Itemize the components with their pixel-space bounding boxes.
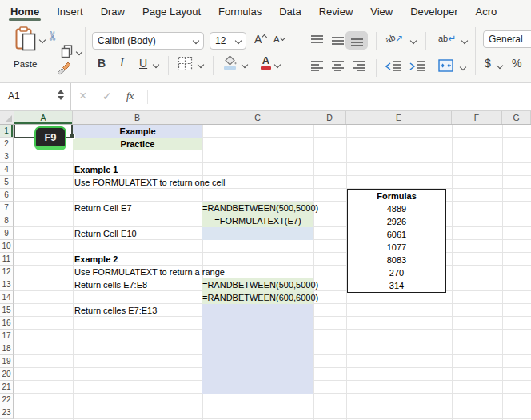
- column-header-D[interactable]: D: [313, 111, 346, 124]
- column-header-B[interactable]: B: [73, 111, 202, 124]
- italic-button[interactable]: I: [120, 57, 124, 70]
- paste-label[interactable]: Paste: [14, 59, 37, 69]
- cell-range-C15-C21[interactable]: [202, 304, 313, 394]
- row-header-15[interactable]: 15: [0, 304, 14, 317]
- copy-icon[interactable]: [61, 45, 73, 58]
- row-header-3[interactable]: 3: [0, 150, 14, 163]
- grow-font-button[interactable]: A: [254, 33, 266, 46]
- enter-icon[interactable]: ✓: [102, 90, 112, 102]
- tab-insert[interactable]: Insert: [48, 0, 92, 22]
- align-right-icon[interactable]: [352, 60, 365, 71]
- insert-function-icon[interactable]: fx: [126, 90, 134, 102]
- row-header-17[interactable]: 17: [0, 330, 14, 342]
- row-header-13[interactable]: 13: [0, 278, 14, 291]
- name-box-spinner[interactable]: [58, 90, 64, 100]
- row-header-21[interactable]: 21: [0, 381, 14, 394]
- column-header-G[interactable]: G: [502, 111, 531, 124]
- column-header-A[interactable]: A: [14, 111, 73, 124]
- row-header-12[interactable]: 12: [0, 266, 14, 278]
- borders-icon[interactable]: [178, 56, 193, 71]
- cell-B13[interactable]: Return cells E7:E8: [74, 278, 147, 291]
- percent-format-button[interactable]: %: [512, 57, 521, 70]
- row-header-20[interactable]: 20: [0, 368, 14, 381]
- align-left-icon[interactable]: [310, 60, 324, 71]
- cell-C8[interactable]: =FORMULATEXT(E7): [202, 214, 313, 227]
- cell-C7[interactable]: =RANDBETWEEN(500,5000): [202, 202, 313, 214]
- cell-C14[interactable]: =RANDBETWEEN(600,6000): [202, 291, 313, 304]
- cell-B15[interactable]: Return celles E7:E13: [74, 304, 157, 317]
- font-name-select[interactable]: Calibri (Body): [92, 32, 204, 50]
- row-header-23[interactable]: 23: [0, 406, 14, 419]
- merge-center-icon[interactable]: [438, 59, 453, 72]
- cut-icon[interactable]: ✄: [46, 31, 60, 42]
- wrap-text-icon[interactable]: ab↵: [438, 33, 456, 44]
- cell-B1[interactable]: Example: [73, 125, 202, 138]
- cell-B4[interactable]: Example 1: [74, 163, 118, 176]
- row-header-9[interactable]: 9: [0, 227, 14, 240]
- cell-B5[interactable]: Use FORMULATEXT to return one cell: [74, 176, 226, 189]
- tab-page-layout[interactable]: Page Layout: [134, 0, 210, 22]
- orientation-chevron[interactable]: [410, 38, 417, 44]
- tab-data[interactable]: Data: [270, 0, 309, 22]
- tab-formulas[interactable]: Formulas: [210, 0, 270, 22]
- cancel-icon[interactable]: ×: [79, 89, 86, 103]
- row-header-8[interactable]: 8: [0, 214, 14, 227]
- borders-dropdown-chevron[interactable]: [198, 62, 204, 68]
- currency-format-chevron[interactable]: [497, 62, 503, 69]
- fill-handle[interactable]: [70, 134, 75, 139]
- copy-dropdown-chevron[interactable]: [76, 49, 82, 55]
- orientation-icon[interactable]: ab↗: [385, 33, 403, 44]
- row-header-5[interactable]: 5: [0, 176, 14, 189]
- column-header-C[interactable]: C: [202, 111, 313, 124]
- row-header-11[interactable]: 11: [0, 253, 14, 266]
- row-header-22[interactable]: 22: [0, 394, 14, 406]
- underline-dropdown-chevron[interactable]: [153, 62, 159, 68]
- row-header-18[interactable]: 18: [0, 342, 14, 355]
- tab-acro[interactable]: Acro: [467, 0, 506, 22]
- increase-indent-icon[interactable]: [409, 60, 425, 71]
- bottom-align-icon[interactable]: [350, 34, 364, 46]
- cell-C13[interactable]: =RANDBETWEEN(500,5000): [202, 278, 313, 291]
- row-header-6[interactable]: 6: [0, 189, 14, 202]
- middle-align-icon[interactable]: [331, 34, 345, 46]
- paste-icon[interactable]: [15, 26, 37, 52]
- cell-B11[interactable]: Example 2: [74, 253, 118, 266]
- decrease-indent-icon[interactable]: [385, 60, 401, 71]
- font-size-select[interactable]: 12: [210, 32, 246, 50]
- cell-B9[interactable]: Return Cell E10: [74, 227, 137, 240]
- align-center-icon[interactable]: [331, 60, 345, 71]
- tab-draw[interactable]: Draw: [92, 0, 134, 22]
- row-header-7[interactable]: 7: [0, 202, 14, 214]
- select-all-corner[interactable]: [0, 111, 14, 124]
- tab-review[interactable]: Review: [310, 0, 362, 22]
- fill-color-icon[interactable]: [224, 56, 238, 70]
- currency-format-button[interactable]: $: [485, 57, 491, 70]
- tab-developer[interactable]: Developer: [401, 0, 466, 22]
- underline-button[interactable]: U: [139, 57, 147, 70]
- row-header-19[interactable]: 19: [0, 355, 14, 368]
- format-painter-icon[interactable]: [56, 61, 72, 75]
- merge-center-chevron[interactable]: [460, 64, 466, 70]
- column-header-E[interactable]: E: [346, 111, 452, 124]
- formulas-table[interactable]: Formulas 48892926606110778083270314: [347, 189, 446, 293]
- row-header-16[interactable]: 16: [0, 317, 14, 330]
- row-header-2[interactable]: 2: [0, 138, 14, 150]
- column-header-F[interactable]: F: [452, 111, 502, 124]
- cell-C9[interactable]: [202, 227, 313, 240]
- fill-color-chevron[interactable]: [242, 62, 248, 68]
- cell-B12[interactable]: Use FORMULATEXT to return a range: [74, 266, 225, 278]
- shrink-font-button[interactable]: A: [273, 34, 285, 44]
- number-format-select[interactable]: General: [483, 30, 531, 48]
- wrap-text-chevron[interactable]: [461, 38, 468, 44]
- paste-dropdown-chevron[interactable]: [39, 37, 46, 43]
- font-color-button[interactable]: A: [261, 55, 271, 70]
- name-box[interactable]: A1: [0, 83, 71, 110]
- row-header-14[interactable]: 14: [0, 291, 14, 304]
- row-header-1[interactable]: 1: [0, 125, 14, 138]
- tab-view[interactable]: View: [361, 0, 401, 22]
- cell-B7[interactable]: Return Cell E7: [74, 202, 132, 214]
- cell-B2[interactable]: Practice: [73, 138, 202, 150]
- row-header-4[interactable]: 4: [0, 163, 14, 176]
- row-header-10[interactable]: 10: [0, 240, 14, 253]
- top-align-icon[interactable]: [310, 34, 324, 46]
